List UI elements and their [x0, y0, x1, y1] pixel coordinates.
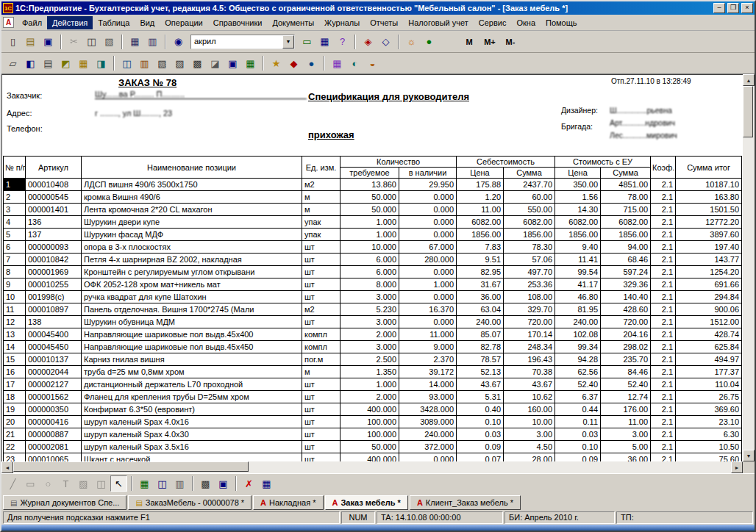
table-cell[interactable]: 2.1 — [651, 241, 676, 254]
table-cell[interactable]: 3089.000 — [399, 416, 457, 428]
table-cell[interactable]: 2.1 — [651, 403, 676, 416]
table-cell[interactable]: шт — [302, 403, 340, 416]
table-cell[interactable]: 0.10 — [457, 416, 504, 428]
table-cell[interactable]: Петля 4-х шарнирная BZ 2002, накладная — [82, 254, 302, 266]
table-cell[interactable]: шт — [302, 441, 340, 453]
table-cell[interactable]: 99.34 — [555, 341, 601, 353]
table-cell[interactable]: 0.000 — [399, 191, 457, 204]
table-cell[interactable]: 0.11 — [555, 416, 601, 428]
table-cell[interactable]: шт — [302, 428, 340, 441]
table-cell[interactable]: ручка квадрат для купе Шатохин — [82, 291, 302, 303]
table-cell[interactable]: 10187.10 — [676, 179, 742, 191]
table-cell[interactable]: 177.37 — [676, 366, 742, 378]
memory-store-button[interactable]: М — [460, 35, 479, 49]
table-cell[interactable]: 10 — [4, 291, 26, 303]
table-cell[interactable]: 3.000 — [340, 341, 399, 353]
paste-button[interactable]: ▧ — [101, 34, 118, 50]
table-cell[interactable]: труба d=25 мм 0,8мм хром — [82, 366, 302, 378]
table-cell[interactable]: ЛДСП вишня 490/6 3500х1750 — [82, 179, 302, 191]
mdi-document-icon[interactable]: А — [3, 17, 14, 28]
table-cell[interactable]: 550.00 — [504, 204, 555, 216]
table-cell[interactable]: 1856.00 — [504, 229, 555, 241]
vertical-scroll-thumb[interactable] — [743, 86, 753, 137]
window-tab[interactable]: АНакладная * — [253, 495, 323, 510]
table-cell[interactable]: Панель отделочная. Вишня 1700*2745 (Мали — [82, 303, 302, 316]
table-cell[interactable]: 6.000 — [340, 254, 399, 266]
material-combobox[interactable]: акрил ▼ — [190, 35, 295, 49]
table-cell[interactable]: 110.04 — [676, 378, 742, 391]
table-cell[interactable]: 000001969 — [26, 266, 82, 278]
table-cell[interactable]: 5.31 — [457, 391, 504, 403]
menu-item[interactable]: Сервис — [474, 16, 512, 29]
table-cell[interactable]: 240.00 — [457, 316, 504, 328]
show-sections-button[interactable]: ▥ — [171, 475, 188, 492]
table-cell[interactable]: 2.1 — [651, 441, 676, 453]
table-cell[interactable]: 0.07 — [457, 453, 504, 462]
find-button[interactable]: ◉ — [170, 34, 187, 50]
table-cell[interactable]: 81.95 — [555, 303, 601, 316]
menu-item[interactable]: Таблица — [93, 16, 135, 29]
macros-button[interactable]: ◨ — [93, 55, 110, 71]
table-cell[interactable]: 2.1 — [651, 278, 676, 291]
table-cell[interactable]: 197.40 — [676, 241, 742, 254]
table-cell[interactable]: 1856.00 — [555, 229, 601, 241]
table-cell[interactable]: 720.00 — [504, 316, 555, 328]
table-cell[interactable]: ОФК 2052-128 хром мат+никель мат — [82, 278, 302, 291]
table-cell[interactable]: м — [302, 366, 340, 378]
calculator-button[interactable]: ▦ — [316, 34, 333, 50]
table-cell[interactable]: 000001401 — [26, 204, 82, 216]
table-cell[interactable]: 0.44 — [555, 403, 601, 416]
table-cell[interactable]: 14 — [4, 341, 26, 353]
table-cell[interactable]: 6082.00 — [601, 216, 651, 229]
table-cell[interactable]: 8 — [4, 266, 26, 278]
table-cell[interactable]: 2.000 — [340, 328, 399, 341]
table-cell[interactable]: 0.000 — [399, 229, 457, 241]
table-cell[interactable]: 16.370 — [399, 303, 457, 316]
freeze-panes-button[interactable]: ▣ — [215, 475, 232, 492]
syntax-check-button[interactable]: ◈ — [360, 34, 377, 50]
table-cell[interactable]: 000010065 — [26, 453, 82, 462]
table-cell[interactable]: 78.57 — [457, 353, 504, 366]
calendar-button[interactable]: ▦ — [329, 55, 346, 71]
table-cell[interactable]: 329.36 — [601, 278, 651, 291]
table-cell[interactable]: 63.04 — [457, 303, 504, 316]
insert-row-button[interactable]: ◫ — [118, 55, 135, 71]
table-cell[interactable]: 001998(с) — [26, 291, 82, 303]
table-cell[interactable]: 2.1 — [651, 291, 676, 303]
table-cell[interactable]: шт — [302, 241, 340, 254]
table-cell[interactable]: 43.67 — [457, 378, 504, 391]
table-cell[interactable]: 1512.00 — [676, 316, 742, 328]
table-cell[interactable]: 11 — [4, 303, 26, 316]
table-cell[interactable]: 0.000 — [399, 216, 457, 229]
table-cell[interactable]: 2.1 — [651, 204, 676, 216]
table-cell[interactable]: 143.77 — [676, 254, 742, 266]
open-document-button[interactable]: ▱ — [4, 55, 21, 71]
table-cell[interactable]: 1.000 — [340, 378, 399, 391]
table-cell[interactable]: 625.84 — [676, 341, 742, 353]
select-tool-button[interactable]: ↖ — [110, 475, 127, 492]
table-cell[interactable]: 93.000 — [399, 391, 457, 403]
table-cell[interactable]: 1.56 — [555, 191, 601, 204]
table-cell[interactable]: 2.1 — [651, 254, 676, 266]
priority-button[interactable]: ◆ — [285, 55, 302, 71]
table-cell[interactable]: 0.000 — [399, 291, 457, 303]
table-cell[interactable]: 000000416 — [26, 416, 82, 428]
table-cell[interactable]: 2.1 — [651, 328, 676, 341]
table-cell[interactable]: 7 — [4, 254, 26, 266]
table-cell[interactable]: 6082.00 — [555, 216, 601, 229]
table-cell[interactable]: 43.67 — [504, 378, 555, 391]
table-cell[interactable]: Конфирмат 6.3*50 (евровинт) — [82, 403, 302, 416]
table-cell[interactable]: 12772.20 — [676, 216, 742, 229]
table-cell[interactable]: шт — [302, 278, 340, 291]
table-cell[interactable]: 6.30 — [676, 428, 742, 441]
table-cell[interactable]: м — [302, 204, 340, 216]
scroll-right-icon[interactable]: ► — [731, 461, 743, 473]
table-cell[interactable]: 280.000 — [399, 254, 457, 266]
table-cell[interactable]: 11.000 — [399, 328, 457, 341]
table-cell[interactable]: 000010408 — [26, 179, 82, 191]
table-cell[interactable]: 94.28 — [555, 353, 601, 366]
table-cell[interactable]: 2.1 — [651, 216, 676, 229]
table-cell[interactable]: 0.09 — [457, 441, 504, 453]
table-cell[interactable]: пог.м — [302, 353, 340, 366]
table-cell[interactable]: 10.00 — [504, 416, 555, 428]
